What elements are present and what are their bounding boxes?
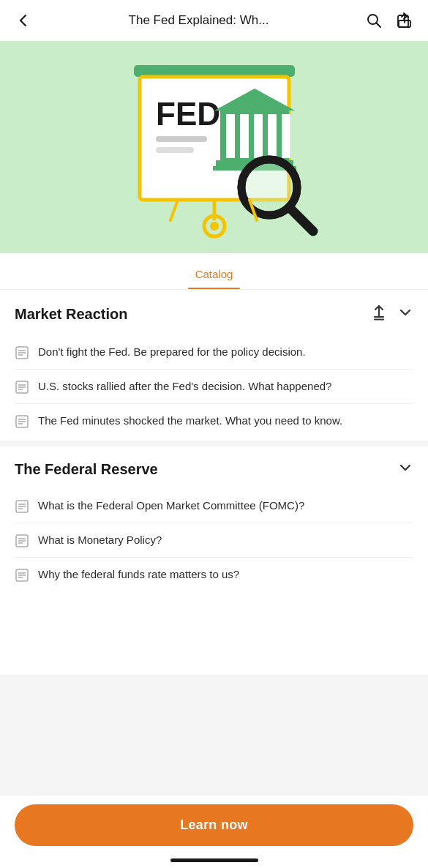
item-text: The Fed minutes shocked the market. What… bbox=[38, 413, 342, 429]
svg-text:FED: FED bbox=[156, 96, 220, 132]
svg-rect-16 bbox=[156, 147, 194, 153]
article-icon bbox=[15, 534, 29, 548]
article-icon bbox=[15, 380, 29, 394]
item-text: Don't fight the Fed. Be prepared for the… bbox=[38, 344, 306, 360]
bottom-spacer bbox=[15, 594, 413, 675]
svg-rect-11 bbox=[268, 114, 277, 158]
list-item[interactable]: Why the federal funds rate matters to us… bbox=[15, 558, 413, 591]
svg-point-22 bbox=[210, 222, 219, 231]
header: The Fed Explained: Wh... bbox=[0, 0, 428, 41]
svg-line-23 bbox=[170, 200, 178, 220]
svg-rect-9 bbox=[240, 114, 249, 158]
header-actions bbox=[365, 12, 413, 29]
section-federal-reserve: The Federal Reserve What is the Federal … bbox=[15, 446, 413, 594]
svg-rect-15 bbox=[156, 136, 207, 142]
list-item[interactable]: Don't fight the Fed. Be prepared for the… bbox=[15, 335, 413, 370]
article-icon bbox=[15, 345, 29, 360]
learn-now-button[interactable]: Learn now bbox=[15, 804, 413, 846]
item-text: What is the Federal Open Market Committe… bbox=[38, 498, 304, 514]
section-federal-reserve-title: The Federal Reserve bbox=[15, 461, 158, 478]
item-text: Why the federal funds rate matters to us… bbox=[38, 566, 239, 583]
list-item[interactable]: What is Monetary Policy? bbox=[15, 523, 413, 558]
collapse-federal-reserve-icon[interactable] bbox=[397, 460, 413, 479]
tab-catalog[interactable]: Catalog bbox=[181, 263, 248, 289]
svg-line-19 bbox=[290, 208, 313, 231]
section-market-reaction-header: Market Reaction bbox=[15, 303, 413, 325]
svg-rect-10 bbox=[254, 114, 263, 158]
content-area: Market Reaction bbox=[0, 290, 428, 675]
section-market-reaction-controls bbox=[369, 303, 413, 325]
section-market-reaction-title: Market Reaction bbox=[15, 306, 128, 323]
svg-rect-8 bbox=[226, 114, 235, 158]
svg-rect-12 bbox=[282, 114, 290, 158]
list-item[interactable]: The Fed minutes shocked the market. What… bbox=[15, 404, 413, 438]
article-icon bbox=[15, 568, 29, 583]
section-market-reaction: Market Reaction bbox=[15, 290, 413, 441]
share-button[interactable] bbox=[396, 12, 413, 29]
sort-icon[interactable] bbox=[369, 303, 388, 325]
page-title: The Fed Explained: Wh... bbox=[129, 13, 269, 28]
item-text: U.S. stocks rallied after the Fed's deci… bbox=[38, 378, 331, 394]
article-icon bbox=[15, 414, 29, 429]
search-button[interactable] bbox=[365, 12, 383, 29]
list-item[interactable]: What is the Federal Open Market Committe… bbox=[15, 489, 413, 523]
section-federal-reserve-header: The Federal Reserve bbox=[15, 460, 413, 479]
bottom-bar: Learn now bbox=[0, 796, 428, 868]
article-icon bbox=[15, 499, 29, 514]
item-text: What is Monetary Policy? bbox=[38, 532, 162, 548]
hero-image: FED bbox=[0, 41, 428, 253]
tabs-bar: Catalog bbox=[0, 253, 428, 290]
collapse-icon[interactable] bbox=[397, 304, 413, 323]
section-divider bbox=[0, 441, 428, 446]
list-item[interactable]: U.S. stocks rallied after the Fed's deci… bbox=[15, 370, 413, 404]
home-indicator bbox=[170, 858, 258, 862]
back-button[interactable] bbox=[15, 12, 32, 29]
